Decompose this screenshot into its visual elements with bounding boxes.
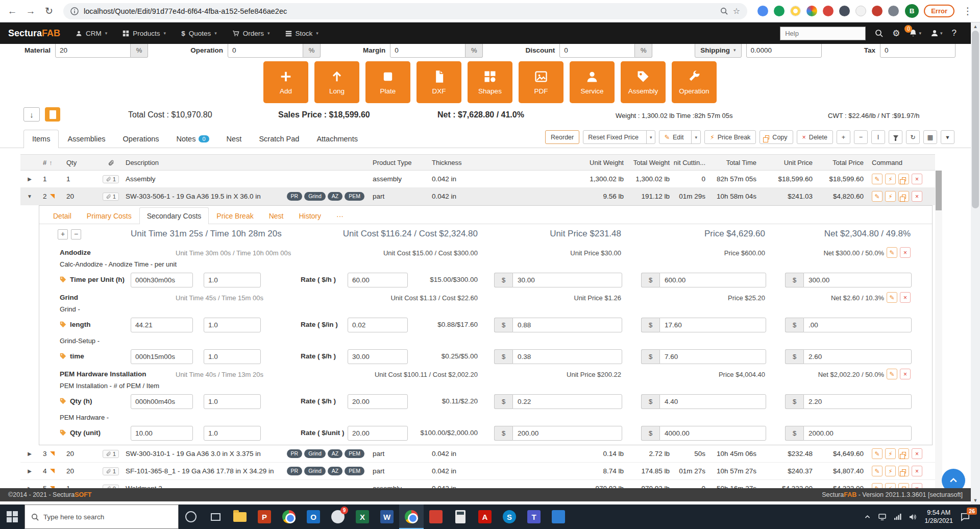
- unit-cutting-column-header[interactable]: Unit Cuttin...: [674, 155, 709, 170]
- plate-button[interactable]: Plate: [365, 61, 410, 103]
- dxf-button[interactable]: DXF: [416, 61, 461, 103]
- extensions-puzzle-icon[interactable]: [888, 6, 899, 16]
- product-type-column-header[interactable]: Product Type: [369, 155, 428, 170]
- menu-stock[interactable]: Stock▾: [285, 30, 318, 37]
- file-explorer-button[interactable]: [228, 504, 252, 529]
- expand-all-button[interactable]: +: [58, 229, 68, 239]
- outlook-button[interactable]: O: [301, 504, 326, 529]
- browser-menu-icon[interactable]: ⋮: [960, 3, 976, 19]
- pc-icon[interactable]: [878, 514, 886, 520]
- app-logo[interactable]: SecturaFAB: [8, 28, 60, 39]
- collapse-row-icon[interactable]: ▼: [27, 194, 32, 199]
- scrollbar-thumb[interactable]: [972, 31, 979, 208]
- user-account-icon[interactable]: ▾: [930, 29, 943, 37]
- add-button[interactable]: Add: [263, 61, 308, 103]
- edit-row-button[interactable]: ✎: [872, 466, 883, 476]
- tab-attachments[interactable]: Attachments: [308, 130, 366, 148]
- chevron-down-icon[interactable]: ▾: [691, 131, 700, 143]
- tax-input[interactable]: [880, 44, 955, 58]
- net-input[interactable]: [803, 426, 912, 441]
- taskbar-search[interactable]: Type here to search: [24, 504, 179, 529]
- qty-factor-input[interactable]: [204, 318, 261, 332]
- qty-unit-input[interactable]: [131, 426, 193, 441]
- attachments-count[interactable]: 1: [103, 175, 119, 183]
- time-value-input[interactable]: [131, 273, 193, 287]
- copy-row-button[interactable]: [898, 448, 909, 459]
- unit-price-column-header[interactable]: Unit Price: [761, 155, 817, 170]
- acrobat-button[interactable]: A: [473, 504, 497, 529]
- powerpoint-button[interactable]: P: [252, 504, 277, 529]
- net-input[interactable]: [803, 318, 912, 332]
- delete-row-button[interactable]: ×: [912, 191, 922, 202]
- discount-input[interactable]: [559, 44, 635, 58]
- time-value-input[interactable]: [131, 349, 193, 364]
- table-row[interactable]: ▶ 1 1 1 Assembly assembly 0.042 in 1,300…: [20, 171, 935, 188]
- navbar-search-icon[interactable]: [875, 29, 883, 37]
- extension-icon[interactable]: [823, 6, 834, 16]
- net-input[interactable]: [803, 273, 912, 287]
- volume-icon[interactable]: [909, 514, 917, 520]
- chrome-active-button[interactable]: [399, 504, 424, 529]
- expand-row-icon[interactable]: ▶: [28, 468, 32, 474]
- copy-row-button[interactable]: [898, 191, 909, 202]
- start-button[interactable]: [0, 504, 24, 529]
- shipping-dropdown[interactable]: Shipping▾: [695, 44, 741, 58]
- thickness-column-header[interactable]: Thickness: [428, 155, 582, 170]
- remove-row-button[interactable]: −: [854, 130, 868, 144]
- menu-crm[interactable]: CRM▾: [76, 30, 107, 37]
- copy-row-button[interactable]: [898, 466, 909, 476]
- extension-icon[interactable]: [790, 6, 801, 16]
- assembly-button[interactable]: Assembly: [621, 61, 666, 103]
- browser-profile-avatar[interactable]: B: [905, 4, 919, 18]
- menu-quotes[interactable]: $ Quotes▾: [181, 30, 217, 37]
- price-break-button[interactable]: ⚡Price Break: [704, 130, 756, 144]
- help-search-input[interactable]: [780, 27, 866, 40]
- teams-button[interactable]: T: [522, 504, 546, 529]
- edit-section-button[interactable]: ✎: [887, 292, 897, 303]
- edit-section-button[interactable]: ✎: [887, 369, 897, 379]
- delete-section-button[interactable]: ×: [900, 369, 911, 379]
- tab-scratch-pad[interactable]: Scratch Pad: [250, 130, 308, 148]
- tab-secondary-costs[interactable]: Secondary Costs: [139, 207, 209, 224]
- extension-icon[interactable]: [806, 6, 817, 16]
- reload-icon[interactable]: ↻: [41, 3, 57, 19]
- price-input[interactable]: [659, 318, 766, 332]
- table-row[interactable]: ▶ 4 20 1 SF-101-365-8_1 - 19 Ga A36 17.7…: [20, 463, 935, 480]
- tab-history[interactable]: History: [291, 207, 329, 224]
- unit-price-input[interactable]: [512, 318, 622, 332]
- total-price-column-header[interactable]: Total Price: [817, 155, 868, 170]
- tab-detail[interactable]: Detail: [45, 207, 79, 224]
- tab-assemblies[interactable]: Assemblies: [59, 130, 114, 148]
- task-view-button[interactable]: [203, 504, 228, 529]
- tab-items[interactable]: Items: [23, 130, 59, 148]
- menu-products[interactable]: Products▾: [122, 30, 166, 37]
- url-text[interactable]: localhost/Quote/Edit/91d77e4d-6f64-4fba-…: [84, 7, 715, 15]
- calculator-button[interactable]: [448, 504, 473, 529]
- blue-app-button[interactable]: [546, 504, 571, 529]
- extension-icon[interactable]: [757, 6, 768, 16]
- delete-section-button[interactable]: ×: [900, 247, 911, 258]
- qty-column-header[interactable]: Qty: [62, 155, 100, 170]
- unit-price-input[interactable]: [512, 394, 622, 409]
- tab-primary-costs[interactable]: Primary Costs: [79, 207, 139, 224]
- price-input[interactable]: [659, 426, 766, 441]
- qty-factor-input[interactable]: [204, 426, 261, 441]
- attachments-count[interactable]: 1: [103, 467, 119, 475]
- copy-row-button[interactable]: [898, 174, 909, 184]
- extension-icon[interactable]: [839, 6, 850, 16]
- price-input[interactable]: [659, 273, 766, 287]
- net-input[interactable]: [803, 349, 912, 364]
- price-break-row-button[interactable]: ⚡: [885, 174, 896, 184]
- insert-button[interactable]: I: [871, 130, 885, 144]
- net-input[interactable]: [803, 394, 912, 409]
- price-break-row-button[interactable]: ⚡: [885, 191, 896, 202]
- cortana-button[interactable]: [179, 504, 203, 529]
- length-value-input[interactable]: [131, 318, 193, 332]
- price-break-row-button[interactable]: ⚡: [885, 448, 896, 459]
- columns-button[interactable]: ▦: [923, 130, 937, 144]
- edit-row-button[interactable]: ✎: [872, 174, 883, 184]
- attachments-count[interactable]: 1: [103, 450, 119, 458]
- skype-button[interactable]: S: [497, 504, 522, 529]
- site-info-icon[interactable]: [70, 7, 79, 15]
- delete-button[interactable]: ×Delete: [797, 130, 833, 144]
